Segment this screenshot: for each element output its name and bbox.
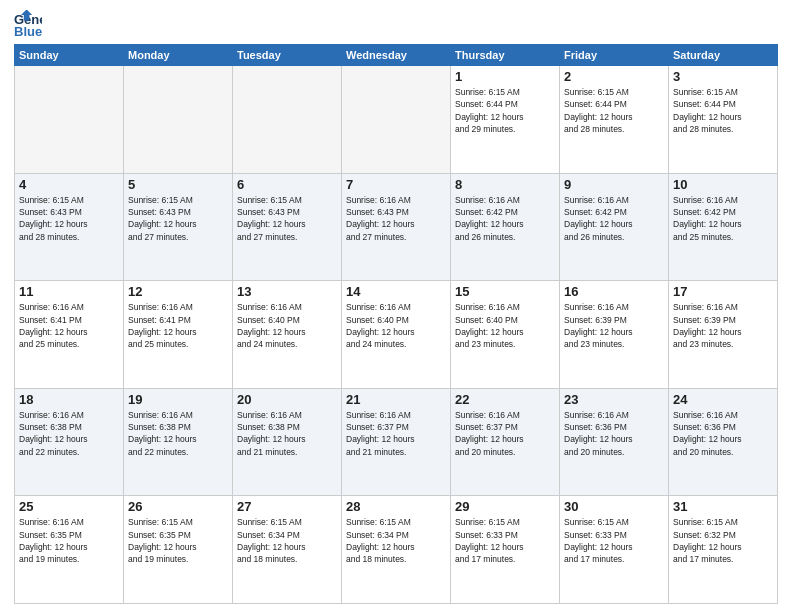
- calendar-cell: 29Sunrise: 6:15 AM Sunset: 6:33 PM Dayli…: [451, 496, 560, 604]
- day-number: 14: [346, 284, 446, 299]
- day-info: Sunrise: 6:16 AM Sunset: 6:40 PM Dayligh…: [346, 301, 446, 350]
- day-number: 16: [564, 284, 664, 299]
- weekday-header-sunday: Sunday: [15, 45, 124, 66]
- calendar-cell: 26Sunrise: 6:15 AM Sunset: 6:35 PM Dayli…: [124, 496, 233, 604]
- day-number: 21: [346, 392, 446, 407]
- calendar-cell: 17Sunrise: 6:16 AM Sunset: 6:39 PM Dayli…: [669, 281, 778, 389]
- day-number: 4: [19, 177, 119, 192]
- day-info: Sunrise: 6:16 AM Sunset: 6:35 PM Dayligh…: [19, 516, 119, 565]
- day-number: 2: [564, 69, 664, 84]
- calendar-cell: 7Sunrise: 6:16 AM Sunset: 6:43 PM Daylig…: [342, 173, 451, 281]
- day-number: 3: [673, 69, 773, 84]
- day-number: 27: [237, 499, 337, 514]
- weekday-header-friday: Friday: [560, 45, 669, 66]
- day-info: Sunrise: 6:16 AM Sunset: 6:36 PM Dayligh…: [673, 409, 773, 458]
- day-info: Sunrise: 6:15 AM Sunset: 6:43 PM Dayligh…: [19, 194, 119, 243]
- calendar-cell: 6Sunrise: 6:15 AM Sunset: 6:43 PM Daylig…: [233, 173, 342, 281]
- day-info: Sunrise: 6:16 AM Sunset: 6:42 PM Dayligh…: [673, 194, 773, 243]
- weekday-header-thursday: Thursday: [451, 45, 560, 66]
- calendar-cell: 1Sunrise: 6:15 AM Sunset: 6:44 PM Daylig…: [451, 66, 560, 174]
- calendar-cell: [233, 66, 342, 174]
- day-info: Sunrise: 6:15 AM Sunset: 6:35 PM Dayligh…: [128, 516, 228, 565]
- calendar-week-1: 1Sunrise: 6:15 AM Sunset: 6:44 PM Daylig…: [15, 66, 778, 174]
- day-info: Sunrise: 6:16 AM Sunset: 6:36 PM Dayligh…: [564, 409, 664, 458]
- calendar-week-5: 25Sunrise: 6:16 AM Sunset: 6:35 PM Dayli…: [15, 496, 778, 604]
- day-number: 29: [455, 499, 555, 514]
- calendar-cell: 30Sunrise: 6:15 AM Sunset: 6:33 PM Dayli…: [560, 496, 669, 604]
- day-info: Sunrise: 6:15 AM Sunset: 6:43 PM Dayligh…: [237, 194, 337, 243]
- day-number: 6: [237, 177, 337, 192]
- calendar-cell: 19Sunrise: 6:16 AM Sunset: 6:38 PM Dayli…: [124, 388, 233, 496]
- day-info: Sunrise: 6:16 AM Sunset: 6:41 PM Dayligh…: [128, 301, 228, 350]
- logo: General Blue: [14, 10, 44, 38]
- day-number: 1: [455, 69, 555, 84]
- calendar-week-4: 18Sunrise: 6:16 AM Sunset: 6:38 PM Dayli…: [15, 388, 778, 496]
- day-number: 8: [455, 177, 555, 192]
- day-info: Sunrise: 6:16 AM Sunset: 6:38 PM Dayligh…: [19, 409, 119, 458]
- calendar-cell: 12Sunrise: 6:16 AM Sunset: 6:41 PM Dayli…: [124, 281, 233, 389]
- day-info: Sunrise: 6:16 AM Sunset: 6:42 PM Dayligh…: [564, 194, 664, 243]
- day-number: 20: [237, 392, 337, 407]
- calendar-cell: 18Sunrise: 6:16 AM Sunset: 6:38 PM Dayli…: [15, 388, 124, 496]
- day-number: 12: [128, 284, 228, 299]
- day-number: 15: [455, 284, 555, 299]
- calendar-cell: 4Sunrise: 6:15 AM Sunset: 6:43 PM Daylig…: [15, 173, 124, 281]
- calendar-cell: 3Sunrise: 6:15 AM Sunset: 6:44 PM Daylig…: [669, 66, 778, 174]
- svg-text:Blue: Blue: [14, 24, 42, 38]
- calendar-week-2: 4Sunrise: 6:15 AM Sunset: 6:43 PM Daylig…: [15, 173, 778, 281]
- weekday-header-wednesday: Wednesday: [342, 45, 451, 66]
- calendar-cell: 13Sunrise: 6:16 AM Sunset: 6:40 PM Dayli…: [233, 281, 342, 389]
- page: General Blue SundayMondayTuesdayWednesda…: [0, 0, 792, 612]
- day-number: 26: [128, 499, 228, 514]
- day-info: Sunrise: 6:16 AM Sunset: 6:41 PM Dayligh…: [19, 301, 119, 350]
- day-number: 11: [19, 284, 119, 299]
- day-info: Sunrise: 6:16 AM Sunset: 6:39 PM Dayligh…: [673, 301, 773, 350]
- day-info: Sunrise: 6:15 AM Sunset: 6:44 PM Dayligh…: [673, 86, 773, 135]
- header: General Blue: [14, 10, 778, 38]
- calendar-cell: 28Sunrise: 6:15 AM Sunset: 6:34 PM Dayli…: [342, 496, 451, 604]
- day-number: 17: [673, 284, 773, 299]
- day-info: Sunrise: 6:15 AM Sunset: 6:44 PM Dayligh…: [455, 86, 555, 135]
- logo-icon: General Blue: [14, 10, 42, 38]
- day-info: Sunrise: 6:16 AM Sunset: 6:37 PM Dayligh…: [455, 409, 555, 458]
- calendar-cell: 27Sunrise: 6:15 AM Sunset: 6:34 PM Dayli…: [233, 496, 342, 604]
- day-info: Sunrise: 6:15 AM Sunset: 6:33 PM Dayligh…: [564, 516, 664, 565]
- calendar-cell: [124, 66, 233, 174]
- calendar-cell: 25Sunrise: 6:16 AM Sunset: 6:35 PM Dayli…: [15, 496, 124, 604]
- day-number: 25: [19, 499, 119, 514]
- calendar-cell: 22Sunrise: 6:16 AM Sunset: 6:37 PM Dayli…: [451, 388, 560, 496]
- day-number: 22: [455, 392, 555, 407]
- day-info: Sunrise: 6:16 AM Sunset: 6:37 PM Dayligh…: [346, 409, 446, 458]
- weekday-header-tuesday: Tuesday: [233, 45, 342, 66]
- calendar-cell: 31Sunrise: 6:15 AM Sunset: 6:32 PM Dayli…: [669, 496, 778, 604]
- calendar-cell: [15, 66, 124, 174]
- calendar-cell: 15Sunrise: 6:16 AM Sunset: 6:40 PM Dayli…: [451, 281, 560, 389]
- day-info: Sunrise: 6:16 AM Sunset: 6:40 PM Dayligh…: [237, 301, 337, 350]
- calendar-cell: 16Sunrise: 6:16 AM Sunset: 6:39 PM Dayli…: [560, 281, 669, 389]
- weekday-header-monday: Monday: [124, 45, 233, 66]
- calendar-week-3: 11Sunrise: 6:16 AM Sunset: 6:41 PM Dayli…: [15, 281, 778, 389]
- calendar-cell: 14Sunrise: 6:16 AM Sunset: 6:40 PM Dayli…: [342, 281, 451, 389]
- calendar-cell: 24Sunrise: 6:16 AM Sunset: 6:36 PM Dayli…: [669, 388, 778, 496]
- day-number: 5: [128, 177, 228, 192]
- calendar-cell: 10Sunrise: 6:16 AM Sunset: 6:42 PM Dayli…: [669, 173, 778, 281]
- weekday-header-row: SundayMondayTuesdayWednesdayThursdayFrid…: [15, 45, 778, 66]
- calendar-cell: [342, 66, 451, 174]
- day-info: Sunrise: 6:15 AM Sunset: 6:34 PM Dayligh…: [346, 516, 446, 565]
- calendar-cell: 23Sunrise: 6:16 AM Sunset: 6:36 PM Dayli…: [560, 388, 669, 496]
- calendar-cell: 21Sunrise: 6:16 AM Sunset: 6:37 PM Dayli…: [342, 388, 451, 496]
- calendar-cell: 8Sunrise: 6:16 AM Sunset: 6:42 PM Daylig…: [451, 173, 560, 281]
- day-number: 7: [346, 177, 446, 192]
- day-info: Sunrise: 6:16 AM Sunset: 6:38 PM Dayligh…: [237, 409, 337, 458]
- day-info: Sunrise: 6:15 AM Sunset: 6:44 PM Dayligh…: [564, 86, 664, 135]
- day-number: 30: [564, 499, 664, 514]
- calendar-cell: 11Sunrise: 6:16 AM Sunset: 6:41 PM Dayli…: [15, 281, 124, 389]
- calendar-cell: 2Sunrise: 6:15 AM Sunset: 6:44 PM Daylig…: [560, 66, 669, 174]
- calendar-table: SundayMondayTuesdayWednesdayThursdayFrid…: [14, 44, 778, 604]
- day-info: Sunrise: 6:16 AM Sunset: 6:40 PM Dayligh…: [455, 301, 555, 350]
- day-number: 31: [673, 499, 773, 514]
- calendar-cell: 9Sunrise: 6:16 AM Sunset: 6:42 PM Daylig…: [560, 173, 669, 281]
- weekday-header-saturday: Saturday: [669, 45, 778, 66]
- day-info: Sunrise: 6:15 AM Sunset: 6:43 PM Dayligh…: [128, 194, 228, 243]
- day-info: Sunrise: 6:15 AM Sunset: 6:32 PM Dayligh…: [673, 516, 773, 565]
